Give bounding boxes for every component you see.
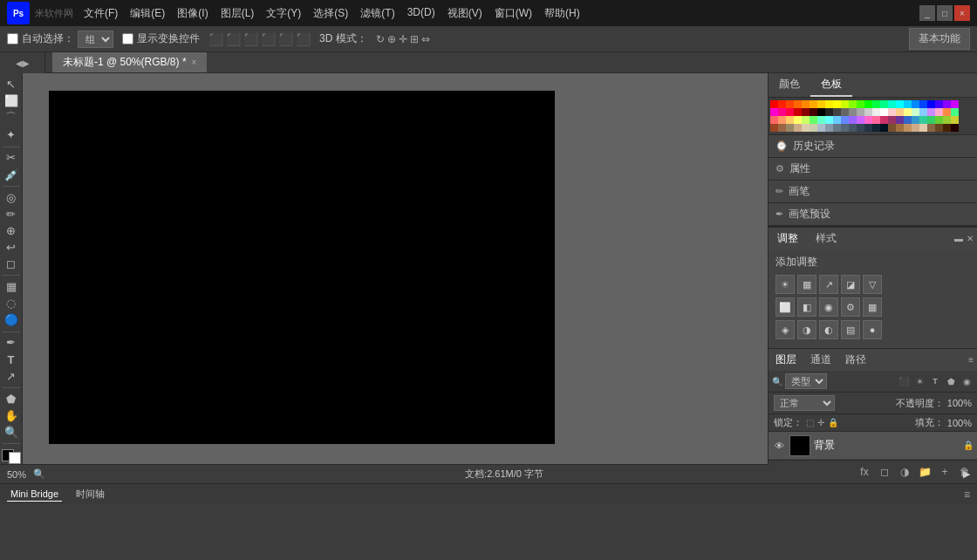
color-swatch-cell[interactable] xyxy=(770,100,778,108)
color-swatch-cell[interactable] xyxy=(919,116,927,124)
align-top-icon[interactable]: ⬛ xyxy=(261,32,276,46)
menu-window[interactable]: 窗口(W) xyxy=(495,6,532,21)
align-right-icon[interactable]: ⬛ xyxy=(243,32,258,46)
align-bottom-icon[interactable]: ⬛ xyxy=(296,32,311,46)
color-swatch-cell[interactable] xyxy=(927,100,935,108)
color-swatch-cell[interactable] xyxy=(935,124,943,132)
color-swatch-cell[interactable] xyxy=(857,116,864,124)
menu-view[interactable]: 视图(V) xyxy=(448,6,482,21)
adj-colorlookup[interactable]: ▦ xyxy=(863,297,882,317)
color-swatch-cell[interactable] xyxy=(943,124,951,132)
menu-layer[interactable]: 图层(L) xyxy=(221,6,255,21)
color-swatch-cell[interactable] xyxy=(825,124,833,132)
color-swatch-cell[interactable] xyxy=(810,108,817,116)
color-swatch-cell[interactable] xyxy=(802,108,810,116)
tool-history-brush[interactable]: ↩ xyxy=(2,240,21,255)
timeline-tab[interactable]: 时间轴 xyxy=(72,486,108,502)
tool-zoom[interactable]: 🔍 xyxy=(2,425,21,440)
pan-icon[interactable]: ✛ xyxy=(399,33,407,45)
tab-channels[interactable]: 通道 xyxy=(803,349,838,371)
color-swatch-cell[interactable] xyxy=(857,124,864,132)
tool-gradient[interactable]: ▦ xyxy=(2,279,21,294)
color-swatch-cell[interactable] xyxy=(896,116,904,124)
menu-file[interactable]: 文件(F) xyxy=(84,6,118,21)
document-tab[interactable]: 未标题-1 @ 50%(RGB/8) * × xyxy=(52,52,208,72)
color-swatch-cell[interactable] xyxy=(864,116,872,124)
lock-all-icon[interactable]: 🔒 xyxy=(828,418,838,427)
color-swatch-cell[interactable] xyxy=(872,124,880,132)
orbit-icon[interactable]: ⊕ xyxy=(387,33,396,45)
color-swatch-cell[interactable] xyxy=(872,116,880,124)
color-swatch-cell[interactable] xyxy=(951,124,959,132)
color-swatch-cell[interactable] xyxy=(786,100,794,108)
color-swatch-cell[interactable] xyxy=(880,108,888,116)
brush-presets-panel-header[interactable]: ✒ 画笔预设 xyxy=(769,203,977,226)
adj-colorbalance[interactable]: ⬜ xyxy=(775,297,795,317)
canvas[interactable] xyxy=(49,91,555,444)
color-swatch-cell[interactable] xyxy=(888,124,896,132)
tool-hand[interactable]: ✋ xyxy=(2,408,21,423)
color-swatch-cell[interactable] xyxy=(857,108,864,116)
color-swatch-cell[interactable] xyxy=(912,116,919,124)
adj-blackwhite[interactable]: ◧ xyxy=(797,297,816,317)
color-swatch-cell[interactable] xyxy=(841,100,849,108)
color-swatches-fg-bg[interactable] xyxy=(2,449,21,464)
show-transform-checkbox[interactable] xyxy=(122,33,133,44)
color-swatch-cell[interactable] xyxy=(904,108,912,116)
color-swatch-cell[interactable] xyxy=(935,108,943,116)
adj-selectivecolor[interactable]: ● xyxy=(863,320,882,339)
color-swatch-cell[interactable] xyxy=(802,100,810,108)
color-swatch-cell[interactable] xyxy=(857,100,864,108)
tool-magic-wand[interactable]: ✦ xyxy=(2,127,21,142)
history-panel-header[interactable]: ⌚ 历史记录 xyxy=(769,135,977,158)
adj-exposure[interactable]: ↗ xyxy=(819,275,838,294)
auto-select-checkbox[interactable] xyxy=(7,33,18,44)
adj-invert[interactable]: ◈ xyxy=(775,320,795,339)
color-swatch-cell[interactable] xyxy=(817,116,825,124)
tab-paths[interactable]: 路径 xyxy=(838,349,873,371)
color-swatch-cell[interactable] xyxy=(888,100,896,108)
adj-channelmixer[interactable]: ⚙ xyxy=(841,297,860,317)
align-middle-icon[interactable]: ⬛ xyxy=(278,32,293,46)
tool-rect-select[interactable]: ⬜ xyxy=(2,93,21,108)
adj-menu-icon[interactable]: ✕ xyxy=(967,234,974,243)
adj-threshold[interactable]: ◐ xyxy=(819,320,838,339)
color-swatch-cell[interactable] xyxy=(943,108,951,116)
color-swatch-cell[interactable] xyxy=(888,116,896,124)
menu-image[interactable]: 图像(I) xyxy=(177,6,208,21)
color-swatch-cell[interactable] xyxy=(927,108,935,116)
color-swatch-cell[interactable] xyxy=(943,116,951,124)
color-swatch-cell[interactable] xyxy=(912,100,919,108)
color-swatch-cell[interactable] xyxy=(786,116,794,124)
tab-swatch[interactable]: 色板 xyxy=(810,73,852,97)
status-arrow-icon[interactable]: ▶ xyxy=(963,468,970,480)
filter-shape-icon[interactable]: ⬟ xyxy=(944,374,958,388)
color-swatch-cell[interactable] xyxy=(794,116,802,124)
tool-brush[interactable]: ✏ xyxy=(2,207,21,222)
lock-pixels-icon[interactable]: ⬚ xyxy=(806,418,814,427)
adj-photofilter[interactable]: ◉ xyxy=(819,297,838,317)
tool-dodge[interactable]: 🔵 xyxy=(2,312,21,327)
filter-text-icon[interactable]: T xyxy=(928,374,942,388)
color-swatch-cell[interactable] xyxy=(802,116,810,124)
color-swatch-cell[interactable] xyxy=(802,124,810,132)
menu-select[interactable]: 选择(S) xyxy=(313,6,348,21)
color-swatch-cell[interactable] xyxy=(841,124,849,132)
adj-brightness[interactable]: ☀ xyxy=(775,275,795,294)
menu-text[interactable]: 文字(Y) xyxy=(266,6,301,21)
filter-smart-icon[interactable]: ◉ xyxy=(960,374,974,388)
background-color[interactable] xyxy=(9,452,21,464)
color-swatch-cell[interactable] xyxy=(794,100,802,108)
menu-filter[interactable]: 滤镜(T) xyxy=(360,6,394,21)
color-swatch-cell[interactable] xyxy=(810,100,817,108)
zoom-3d-icon[interactable]: ⊞ xyxy=(410,33,419,45)
close-button[interactable]: × xyxy=(954,5,970,21)
move-3d-icon[interactable]: ⇔ xyxy=(421,33,430,45)
color-swatch-cell[interactable] xyxy=(927,116,935,124)
color-swatch-cell[interactable] xyxy=(904,124,912,132)
tab-layers[interactable]: 图层 xyxy=(769,349,803,371)
color-swatch-cell[interactable] xyxy=(786,124,794,132)
tool-pen[interactable]: ✒ xyxy=(2,335,21,350)
color-swatch-cell[interactable] xyxy=(864,124,872,132)
color-swatch-cell[interactable] xyxy=(912,108,919,116)
